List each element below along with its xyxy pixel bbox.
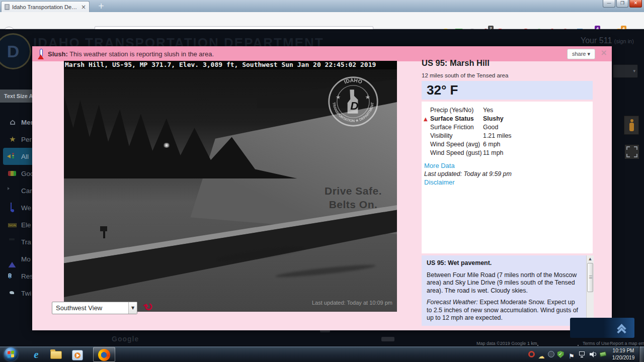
slush-alert-bar: Slush: This weather station is reporting…: [32, 46, 612, 61]
station-data-panel: Precip (Yes/No)Yes ▲ Surface StatusSlush…: [422, 102, 593, 253]
clock-date: 1/20/2019: [609, 354, 638, 361]
tab-favicon-icon: [5, 4, 10, 10]
report-title: US 95: Wet pavement.: [427, 259, 581, 267]
route-shield: [381, 337, 394, 341]
map-attribution: Map data ©2019 Google: [476, 341, 526, 346]
drive-safe-watermark: Drive Safe. Belts On.: [299, 184, 397, 211]
mountain-icon: [8, 254, 17, 263]
google-traffic-icon: [8, 169, 17, 178]
hide-panel-button[interactable]: [570, 318, 634, 338]
svg-text:D: D: [350, 99, 358, 112]
sign-in-link[interactable]: (sign in): [614, 38, 634, 44]
window-restore-button[interactable]: ❐: [616, 0, 628, 8]
taskbar-clock[interactable]: 10:19 PM 1/20/2019: [609, 347, 638, 361]
map-fullscreen-button[interactable]: [625, 145, 639, 159]
station-row: Surface FrictionGood: [422, 123, 593, 132]
browser-navbar: ← → ↻ ⌂ ⓘ https://hb.511.idaho.gov/#rwis…: [0, 12, 644, 29]
tray-blocker-icon[interactable]: [527, 351, 535, 358]
more-data-link[interactable]: More Data: [424, 162, 593, 169]
station-row: Wind Speed (avg)6 mph: [422, 140, 593, 149]
street-view-pegman-button[interactable]: [624, 116, 639, 135]
media-player-button[interactable]: [70, 348, 85, 361]
report-scrollbar[interactable]: ▲ ☰ ▼: [586, 255, 594, 326]
windows-taskbar: e ☁ ✓ ⚑ 10:19 PM 1/20/2019: [0, 346, 644, 362]
tray-action-center-icon[interactable]: ⚑: [568, 351, 576, 358]
map-terms-link[interactable]: Terms of Use: [583, 341, 609, 346]
itd-site-logo: D: [0, 33, 31, 69]
disclaimer-link[interactable]: Disclaimer: [424, 178, 593, 186]
clock-time: 10:19 PM: [609, 347, 638, 354]
temperature-value: 32° F: [422, 81, 593, 100]
tab-title: Idaho Transportation Department 1: [12, 4, 78, 10]
traffic-light-icon: [8, 152, 17, 161]
folder-icon: [50, 351, 62, 359]
tab-close-icon[interactable]: ×: [81, 4, 86, 11]
screen: Idaho Transportation Department 1 × + — …: [0, 0, 644, 362]
rest-area-icon: R: [8, 272, 17, 281]
map-report-error-link[interactable]: Report a map error: [610, 341, 644, 346]
alert-close-icon[interactable]: ×: [601, 48, 607, 57]
windows-flag-icon: [8, 350, 14, 357]
station-row: Precip (Yes/No)Yes: [422, 106, 593, 115]
tray-antivirus-icon[interactable]: ✓: [556, 351, 565, 358]
thermometer-alert-icon: [39, 49, 43, 59]
tray-volume-icon[interactable]: [589, 351, 597, 358]
share-button[interactable]: share ▾: [567, 49, 595, 59]
start-button[interactable]: [4, 347, 18, 361]
svg-text:★: ★: [336, 94, 341, 100]
new-tab-button[interactable]: +: [95, 2, 108, 11]
window-minimize-button[interactable]: —: [603, 0, 615, 8]
home-icon: ⌂: [8, 118, 17, 127]
report-forecast: Forecast Weather: Expect Moderate Snow. …: [427, 299, 581, 322]
file-explorer-button[interactable]: [48, 348, 63, 361]
camera-icon: [8, 186, 17, 195]
station-subtitle: 12 miles south of the Tensed area: [422, 72, 508, 78]
tray-weather-icon[interactable]: ☁: [537, 351, 545, 358]
background-dropdown[interactable]: ▾: [613, 64, 638, 78]
road-report-text: US 95: Wet pavement. Between Four Mile R…: [422, 255, 586, 326]
tray-network-icon[interactable]: [579, 351, 587, 358]
report-body: Between Four Mile Road (7 miles north of…: [427, 272, 581, 295]
webcam-image: Marsh Hill, US-95, MP 371.7, Elev. 3,089…: [64, 61, 397, 312]
svg-text:★: ★: [365, 94, 370, 100]
station-modal: Slush: This weather station is reporting…: [32, 46, 612, 330]
media-player-icon: [72, 350, 83, 360]
google-map-logo: Google: [112, 335, 139, 343]
firefox-taskbar-button[interactable]: [93, 347, 115, 362]
station-row: Visibility1.21 miles: [422, 132, 593, 140]
road-report-panel: US 95: Wet pavement. Between Four Mile R…: [422, 255, 594, 326]
pegman-icon: [629, 119, 634, 132]
internet-explorer-button[interactable]: e: [29, 348, 44, 361]
webcam-caption: Marsh Hill, US-95, MP 371.7, Elev. 3,089…: [64, 61, 397, 69]
tray-card-icon[interactable]: [599, 351, 607, 358]
tray-disc-icon[interactable]: [547, 351, 555, 358]
map-scale-label: 1 km: [527, 341, 537, 346]
show-desktop-button[interactable]: [639, 346, 644, 362]
window-close-button[interactable]: ✕: [629, 0, 642, 8]
thermometer-icon: [8, 203, 17, 212]
headlight-glow: [163, 143, 171, 148]
scrollbar-thumb[interactable]: ☰: [587, 263, 593, 292]
browser-tab[interactable]: Idaho Transportation Department 1 ×: [1, 1, 90, 12]
your-511-link[interactable]: Your 511 (sign in): [581, 36, 634, 45]
message-sign-icon: SIGN: [8, 220, 17, 229]
station-row: Wind Speed (gust)11 mph: [422, 149, 593, 157]
bus-icon: [8, 237, 17, 246]
browser-titlebar: Idaho Transportation Department 1 × + — …: [0, 0, 644, 12]
select-caret-icon[interactable]: ▼: [128, 302, 137, 314]
alert-text: Slush: This weather station is reporting…: [48, 50, 214, 58]
station-last-updated: Last updated: Today at 9:59 pm: [424, 170, 593, 177]
itd-watermark-logo: IDAHO TRANSPORTATION ★ DEPARTMENT ★ ★ D: [327, 75, 379, 128]
scroll-up-icon[interactable]: ▲: [587, 256, 594, 262]
view-select[interactable]: Southwest View ▼: [52, 302, 137, 314]
station-title: US 95: Marsh Hill: [422, 58, 490, 68]
webcam-last-updated: Last updated: Today at 10:09 pm: [312, 300, 392, 306]
firefox-icon: [98, 349, 110, 361]
webcam-photo: IDAHO TRANSPORTATION ★ DEPARTMENT ★ ★ D …: [64, 69, 397, 312]
star-icon: ★: [8, 135, 17, 144]
twitter-icon: [8, 289, 17, 298]
alert-triangle-icon: ▲: [424, 115, 428, 123]
station-row: ▲ Surface StatusSlushy: [422, 115, 593, 123]
internet-explorer-icon: e: [34, 348, 38, 360]
